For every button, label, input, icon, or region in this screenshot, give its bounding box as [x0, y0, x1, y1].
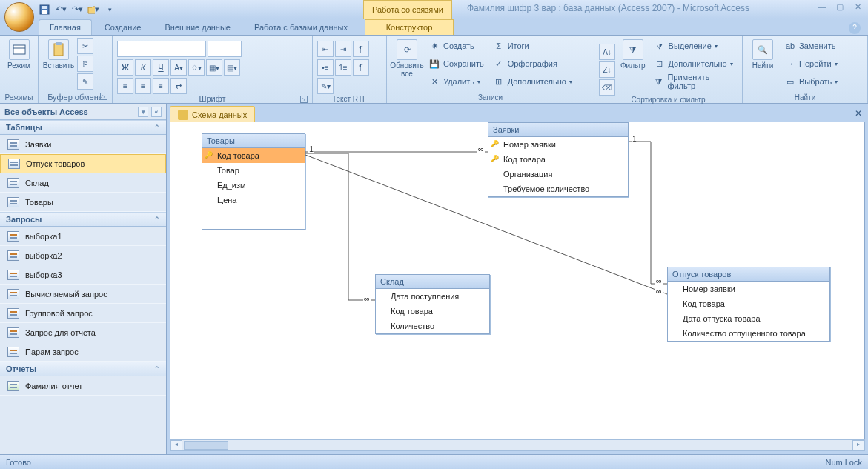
table-field[interactable]: Дата поступления: [376, 289, 489, 304]
table-field[interactable]: Организация: [488, 167, 628, 182]
office-button[interactable]: [4, 2, 34, 32]
table-field[interactable]: Ед_изм: [202, 178, 305, 193]
increase-indent-icon[interactable]: ⇥: [335, 41, 351, 57]
advanced-filter-button[interactable]: ⊡Дополнительно▾: [651, 56, 738, 72]
table-box-tovary[interactable]: Товары Код товара Товар Ед_изм Цена: [202, 133, 305, 230]
nav-query-item[interactable]: Вычисляемый запрос: [0, 285, 166, 304]
tab-external-data[interactable]: Внешние данные: [154, 19, 242, 35]
tab-home[interactable]: Главная: [39, 19, 92, 35]
goto-button[interactable]: →Перейти▾: [781, 56, 841, 72]
select-button[interactable]: ▭Выбрать▾: [781, 73, 841, 90]
ltr-icon[interactable]: ¶: [353, 41, 369, 57]
clipboard-launcher-icon[interactable]: ↘: [100, 93, 107, 100]
highlight-icon[interactable]: ✎▾: [317, 78, 334, 94]
font-color-icon[interactable]: A▾: [170, 59, 187, 76]
qat-customize-icon[interactable]: ▾: [104, 4, 116, 16]
font-launcher-icon[interactable]: ↘: [300, 96, 308, 103]
horizontal-scrollbar[interactable]: ◂ ▸: [170, 439, 865, 451]
table-field[interactable]: Код товара: [376, 304, 489, 319]
view-button[interactable]: Режим: [4, 38, 33, 71]
more-records-button[interactable]: ⊞Дополнительно▾: [490, 73, 575, 90]
nav-pane-header[interactable]: Все объекты Access ▾«: [0, 104, 166, 120]
nav-query-item[interactable]: Групповой запрос: [0, 304, 166, 323]
nav-group-queries[interactable]: Запросы⌃: [0, 212, 166, 227]
nav-query-item[interactable]: выборка2: [0, 246, 166, 265]
text-direction-icon[interactable]: ⇄: [170, 78, 187, 94]
nav-query-item[interactable]: выборка3: [0, 265, 166, 285]
spelling-button[interactable]: ✓Орфография: [490, 56, 575, 72]
nav-dropdown-icon[interactable]: ▾: [138, 107, 148, 117]
italic-icon[interactable]: К: [135, 59, 151, 76]
nav-table-item[interactable]: Товары: [0, 193, 166, 212]
save-record-button[interactable]: 💾Сохранить: [425, 56, 487, 72]
align-center-icon[interactable]: ≡: [135, 78, 151, 94]
copy-icon[interactable]: ⎘: [77, 56, 93, 72]
bullets-icon[interactable]: •≡: [317, 59, 334, 76]
open-icon[interactable]: ▾: [87, 4, 99, 16]
sort-desc-icon[interactable]: Z↓: [599, 61, 615, 78]
refresh-all-button[interactable]: ⟳Обновить все: [391, 38, 423, 79]
paste-button[interactable]: Вставить: [43, 38, 74, 71]
table-box-zayavki[interactable]: Заявки Номер заявки Код товара Организац…: [488, 122, 629, 197]
underline-icon[interactable]: Ч: [153, 59, 169, 76]
filter-button[interactable]: ⧩Фильтр: [618, 38, 648, 71]
cut-icon[interactable]: ✂: [77, 38, 93, 54]
close-button[interactable]: ✕: [852, 2, 864, 14]
nav-group-tables[interactable]: Таблицы⌃: [0, 120, 166, 135]
minimize-button[interactable]: —: [816, 2, 828, 14]
undo-icon[interactable]: ↶▾: [55, 4, 67, 16]
tab-database-tools[interactable]: Работа с базами данных: [243, 19, 359, 35]
gridlines-icon[interactable]: ▦▾: [206, 59, 222, 76]
table-field[interactable]: Количество отпущенного товара: [668, 326, 829, 341]
nav-query-item[interactable]: Запрос для отчета: [0, 323, 166, 342]
scroll-left-icon[interactable]: ◂: [170, 440, 182, 450]
clear-sort-icon[interactable]: ⌫: [599, 79, 615, 96]
table-field[interactable]: Номер заявки: [488, 137, 628, 152]
table-box-otpusk[interactable]: Отпуск товаров Номер заявки Код товара Д…: [667, 267, 830, 342]
table-field[interactable]: Код товара: [488, 152, 628, 167]
nav-group-reports[interactable]: Отчеты⌃: [0, 362, 166, 376]
table-field[interactable]: Номер заявки: [668, 282, 829, 296]
selection-filter-button[interactable]: ⧩Выделение▾: [651, 38, 738, 54]
table-field[interactable]: Цена: [202, 193, 305, 207]
tab-create[interactable]: Создание: [93, 19, 153, 35]
totals-button[interactable]: ΣИтоги: [490, 38, 575, 54]
tab-designer[interactable]: Конструктор: [365, 19, 454, 35]
delete-record-button[interactable]: ✕Удалить▾: [425, 73, 487, 90]
restore-button[interactable]: ▢: [834, 2, 846, 14]
numbering-icon[interactable]: 1≡: [335, 59, 351, 76]
nav-table-item[interactable]: Склад: [0, 173, 166, 193]
table-field[interactable]: Код товара: [668, 296, 829, 311]
document-tab[interactable]: Схема данных: [170, 106, 255, 122]
table-field[interactable]: Количество: [376, 319, 489, 333]
align-left-icon[interactable]: ≡: [117, 78, 133, 94]
toggle-filter-button[interactable]: ⧩Применить фильтр: [651, 73, 738, 90]
redo-icon[interactable]: ↷▾: [71, 4, 83, 16]
table-field[interactable]: Товар: [202, 163, 305, 178]
table-field[interactable]: Код товара: [202, 148, 305, 163]
help-icon[interactable]: ?: [849, 22, 861, 34]
bold-icon[interactable]: Ж: [117, 59, 133, 76]
rtl-icon[interactable]: ¶: [353, 59, 369, 76]
nav-collapse-icon[interactable]: «: [151, 107, 162, 117]
fill-color-icon[interactable]: ♢▾: [188, 59, 205, 76]
sort-asc-icon[interactable]: A↓: [599, 44, 615, 60]
scroll-right-icon[interactable]: ▸: [852, 440, 864, 450]
document-close-button[interactable]: ✕: [853, 108, 864, 119]
replace-button[interactable]: abЗаменить: [781, 38, 841, 54]
decrease-indent-icon[interactable]: ⇤: [317, 41, 334, 57]
nav-table-item[interactable]: Отпуск товаров: [0, 154, 166, 173]
alt-row-icon[interactable]: ▤▾: [224, 59, 240, 76]
nav-query-item[interactable]: выборка1: [0, 227, 166, 246]
table-field[interactable]: Требуемое количество: [488, 182, 628, 196]
nav-table-item[interactable]: Заявки: [0, 135, 166, 154]
table-field[interactable]: Дата отпуска товара: [668, 311, 829, 326]
nav-query-item[interactable]: Парам запрос: [0, 342, 166, 362]
find-button[interactable]: 🔍Найти: [747, 38, 778, 71]
nav-report-item[interactable]: Фамилия отчет: [0, 376, 166, 396]
table-box-sklad[interactable]: Склад Дата поступления Код товара Количе…: [375, 274, 490, 334]
scroll-thumb[interactable]: [184, 441, 228, 450]
new-record-button[interactable]: ✷Создать: [425, 38, 487, 54]
relationships-canvas[interactable]: Товары Код товара Товар Ед_изм Цена Заяв…: [170, 122, 865, 439]
align-right-icon[interactable]: ≡: [153, 78, 169, 94]
